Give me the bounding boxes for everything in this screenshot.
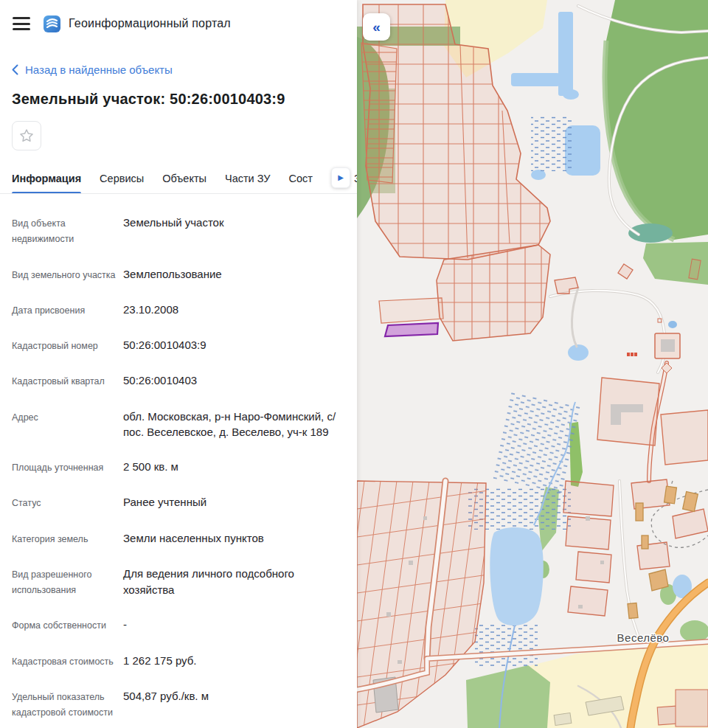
field-row: Удельный показатель кадастровой стоимост… <box>12 688 345 721</box>
star-icon <box>18 128 35 144</box>
field-row: СтатусРанее учтенный <box>12 494 345 511</box>
tab-bar: ИнформацияСервисыОбъектыЧасти ЗУСост▶З <box>0 165 357 194</box>
chevron-left-icon <box>12 64 18 75</box>
field-label: Вид объекта недвижимости <box>12 215 123 248</box>
geoportal-app: Геоинформационный портал Назад в найденн… <box>0 0 708 728</box>
tab-1[interactable]: Сервисы <box>100 165 144 193</box>
field-label: Статус <box>12 494 123 511</box>
field-value: обл. Московская, р-н Наро-Фоминский, с/п… <box>123 409 345 441</box>
field-value: 1 262 175 руб. <box>123 653 204 670</box>
field-value: 50:26:0010403 <box>123 372 204 389</box>
field-label: Кадастровая стоимость <box>12 653 123 670</box>
page-title: Земельный участок: 50:26:0010403:9 <box>12 91 345 108</box>
field-label: Категория земель <box>12 530 123 547</box>
field-row: Вид разрешенного использованияДля ведени… <box>12 566 345 599</box>
field-row: Дата присвоения23.10.2008 <box>12 302 345 319</box>
field-value: Ранее учтенный <box>123 494 214 511</box>
tabs-scroll-right-button[interactable]: ▶ <box>331 167 350 188</box>
map-canvas: Веселёво <box>357 0 708 728</box>
app-logo-icon <box>43 15 61 33</box>
object-fields-list: Вид объекта недвижимостиЗемельный участо… <box>12 215 345 721</box>
field-label: Удельный показатель кадастровой стоимост… <box>12 688 123 721</box>
object-info-panel: Геоинформационный портал Назад в найденн… <box>0 0 357 728</box>
field-value: Для ведения личного подсобного хозяйства <box>123 566 345 599</box>
app-title: Геоинформационный портал <box>69 17 231 30</box>
favorite-button[interactable] <box>12 121 41 150</box>
field-row: Категория земельЗемли населенных пунктов <box>12 530 345 547</box>
field-value: 504,87 руб./кв. м <box>123 688 216 721</box>
tab-5[interactable]: З <box>354 165 357 193</box>
selected-parcel-highlight[interactable] <box>385 323 438 336</box>
field-value: Землепользование <box>123 266 229 283</box>
field-row: Кадастровый квартал50:26:0010403 <box>12 372 345 389</box>
field-label: Кадастровый квартал <box>12 372 123 389</box>
field-row: Площадь уточненная2 500 кв. м <box>12 459 345 476</box>
place-label: Веселёво <box>617 631 670 644</box>
field-value: Земельный участок <box>123 215 232 248</box>
triangle-right-icon: ▶ <box>338 174 344 181</box>
field-row: Вид объекта недвижимостиЗемельный участо… <box>12 215 345 248</box>
tab-4[interactable]: Сост <box>289 165 313 193</box>
field-label: Форма собственности <box>12 617 123 634</box>
field-value: 50:26:0010403:9 <box>123 337 214 354</box>
field-label: Дата присвоения <box>12 302 123 319</box>
field-row: Форма собственности- <box>12 617 345 634</box>
field-label: Адрес <box>12 409 123 441</box>
field-label: Вид земельного участка <box>12 266 123 283</box>
field-label: Площадь уточненная <box>12 459 123 476</box>
field-label: Вид разрешенного использования <box>12 566 123 599</box>
field-row: Кадастровый номер50:26:0010403:9 <box>12 337 345 354</box>
field-value: Земли населенных пунктов <box>123 530 271 547</box>
tab-3[interactable]: Части ЗУ <box>225 165 271 193</box>
field-row: Кадастровая стоимость1 262 175 руб. <box>12 653 345 670</box>
back-link[interactable]: Назад в найденные объекты <box>12 63 345 76</box>
field-label: Кадастровый номер <box>12 337 123 354</box>
tab-0[interactable]: Информация <box>12 165 81 193</box>
menu-hamburger-icon[interactable] <box>12 16 31 31</box>
field-row: Адресобл. Московская, р-н Наро-Фоминский… <box>12 409 345 441</box>
collapse-panel-button[interactable]: « <box>363 13 390 41</box>
field-value: 23.10.2008 <box>123 302 186 319</box>
tab-2[interactable]: Объекты <box>162 165 206 193</box>
back-link-label: Назад в найденные объекты <box>25 63 173 76</box>
map-area[interactable]: Веселёво « <box>357 0 708 728</box>
field-row: Вид земельного участкаЗемлепользование <box>12 266 345 283</box>
field-value: 2 500 кв. м <box>123 459 186 476</box>
pond-main <box>490 527 543 625</box>
top-bar: Геоинформационный портал <box>0 0 357 47</box>
field-value: - <box>123 617 134 634</box>
